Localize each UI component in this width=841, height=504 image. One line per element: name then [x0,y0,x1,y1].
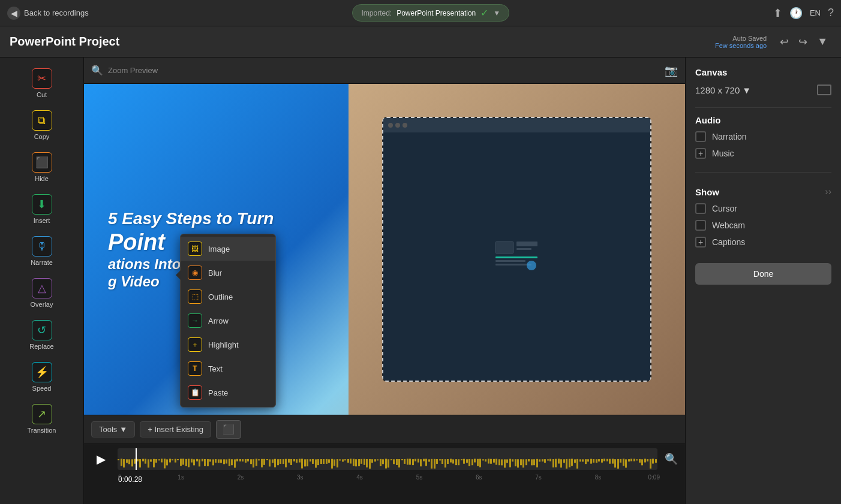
laptop-area [349,84,685,415]
redo-button[interactable]: ↪ [795,33,811,51]
replace-icon: ↺ [32,320,52,340]
captions-row: + Captions [695,237,831,248]
imported-badge[interactable]: Imported: PowerPoint Presentation ✓ ▼ [352,4,509,22]
help-icon[interactable]: ? [828,7,834,19]
center-area: 🔍 Zoom Preview 📷 5 Easy Steps to Turn Po… [84,58,685,504]
context-menu-item-image[interactable]: 🖼 Image [181,237,275,261]
time-8s: 8s [595,474,602,481]
sidebar-item-overlay[interactable]: △ Overlay [0,272,83,314]
right-panel: Canvas 1280 x 720 ▼ Audio Narration + Mu… [685,58,841,504]
cut-icon: ✂ [32,68,52,89]
tools-label: Tools [99,425,117,434]
undo-button[interactable]: ↩ [776,33,792,51]
bottom-area: Tools ▼ + Insert Existing ⬛ ▶ [84,415,685,504]
tools-button[interactable]: Tools ▼ [91,421,135,437]
laptop-screen [383,118,650,381]
preview-toolbar: 🔍 Zoom Preview 📷 [84,58,685,84]
camera-icon[interactable]: 📷 [665,65,678,77]
top-bar-center: Imported: PowerPoint Presentation ✓ ▼ [89,4,773,22]
svg-rect-2 [516,248,531,250]
context-menu-item-text[interactable]: T Text [181,357,275,381]
export-icon[interactable]: ⬆ [773,7,782,20]
narrate-icon: 🎙 [32,236,52,256]
context-menu-item-arrow[interactable]: → Arrow [181,309,275,333]
narration-row: Narration [695,131,831,142]
context-menu-item-outline[interactable]: ⬚ Outline [181,285,275,309]
sidebar-item-speed-label: Speed [32,385,52,392]
sidebar-item-transition-label: Transition [28,427,56,434]
sidebar-item-copy[interactable]: ⧉ Copy [0,104,83,146]
project-bar: PowerPoint Project Auto Saved Few second… [0,26,841,58]
insert-icon: ⬇ [32,194,52,215]
slide-preview: 5 Easy Steps to Turn Point ations Into A… [84,84,685,415]
done-button[interactable]: Done [695,263,831,285]
context-outline-icon: ⬚ [188,289,202,304]
insert-existing-button[interactable]: + Insert Existing [140,421,211,437]
show-expand-icon[interactable]: ›› [825,186,831,197]
sidebar-item-insert[interactable]: ⬇ Insert [0,188,83,230]
time-ruler: 0:00.28 0 1s 2s 3s 4s 5s 6s 7s 8s 0:09 [91,474,678,486]
canvas-size-arrow: ▼ [742,85,751,95]
context-arrow-icon: → [188,313,202,328]
sidebar-item-hide-label: Hide [35,175,49,182]
time-2s: 2s [238,474,244,481]
sidebar-item-narrate[interactable]: 🎙 Narrate [0,230,83,272]
context-menu-item-highlight[interactable]: ＋ Highlight [181,333,275,357]
cursor-checkbox[interactable] [695,203,706,214]
time-markers: 0 1s 2s 3s 4s 5s 6s 7s 8s 0:09 [118,474,660,486]
time-3s: 3s [297,474,304,481]
canvas-size-dropdown[interactable]: 1280 x 720 ▼ [695,85,751,95]
canvas-size-value: 1280 x 720 [695,85,740,95]
timeline-search-icon[interactable]: 🔍 [665,452,678,466]
language-button[interactable]: EN [810,8,821,17]
webcam-label: Webcam [712,221,745,230]
sidebar-item-transition[interactable]: ↗ Transition [0,398,83,440]
narration-checkbox[interactable] [695,131,706,142]
time-9s: 0:09 [648,474,660,481]
history-icon[interactable]: 🕐 [789,7,803,20]
svg-rect-4 [495,260,525,262]
more-button[interactable]: ▼ [813,33,831,50]
slide-line1: 5 Easy Steps to Turn [108,209,379,229]
search-icon: 🔍 [91,65,103,76]
laptop-ui-svg [492,239,540,274]
time-1s: 1s [178,474,184,481]
back-button[interactable]: ◀ Back to recordings [7,7,89,20]
svg-rect-3 [495,256,537,258]
record-button[interactable]: ⬛ [216,420,241,439]
context-blur-icon: ◉ [188,265,202,280]
context-text-label: Text [208,364,223,373]
divider-2 [695,172,831,173]
imported-label: Imported: [361,9,392,17]
narration-label: Narration [712,132,747,141]
time-6s: 6s [476,474,482,481]
laptop-dot-1 [388,123,393,128]
sidebar-item-replace[interactable]: ↺ Replace [0,314,83,356]
context-text-icon: T [188,361,202,376]
audio-title: Audio [695,115,831,125]
context-menu-item-blur[interactable]: ◉ Blur [181,261,275,285]
sidebar-item-cut[interactable]: ✂ Cut [0,62,83,104]
sidebar-item-hide[interactable]: ⬛ Hide [0,146,83,188]
timeline-track[interactable] [118,448,657,470]
time-0: 0 [118,474,122,481]
cursor-label: Cursor [712,204,737,213]
sidebar-item-copy-label: Copy [34,133,50,140]
svg-point-6 [527,261,536,270]
context-menu-item-paste[interactable]: 📋 Paste [181,381,275,405]
left-sidebar: ✂ Cut ⧉ Copy ⬛ Hide ⬇ Insert 🎙 Narrate △… [0,58,84,504]
webcam-checkbox[interactable] [695,220,706,231]
timeline-container: ▶ 🔍 0:00.28 0 1s 2s [84,444,685,504]
sidebar-item-cut-label: Cut [37,91,47,98]
music-add-button[interactable]: + [695,148,706,159]
sidebar-item-speed[interactable]: ⚡ Speed [0,356,83,398]
laptop-content [383,132,650,381]
music-label: Music [712,149,734,158]
main-content: ✂ Cut ⧉ Copy ⬛ Hide ⬇ Insert 🎙 Narrate △… [0,58,841,504]
context-menu: 🖼 Image ◉ Blur ⬚ Outline → Arrow ＋ Hi [180,234,276,408]
play-button[interactable]: ▶ [91,449,110,469]
svg-rect-1 [516,242,537,246]
back-label: Back to recordings [24,8,89,17]
captions-add-button[interactable]: + [695,237,706,248]
show-header: Show ›› [695,180,831,203]
